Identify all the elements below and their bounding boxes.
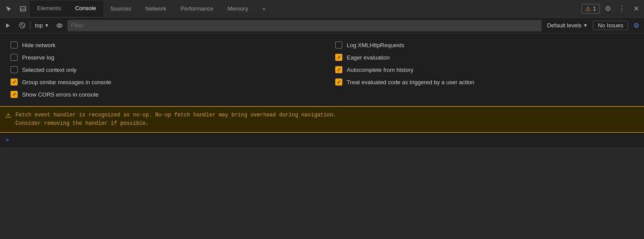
checkbox-show-cors[interactable]: Show CORS errors in console xyxy=(11,88,309,101)
levels-chevron-icon: ▼ xyxy=(583,23,588,28)
checkbox-hide-network[interactable]: Hide network xyxy=(11,39,309,51)
warning-line-2: Consider removing the handler if possibl… xyxy=(15,120,336,128)
context-selector[interactable]: top ▼ xyxy=(32,21,52,30)
svg-marker-2 xyxy=(6,23,10,28)
preserve-log-label: Preserve log xyxy=(22,54,54,61)
checkbox-treat-evaluated[interactable]: Treat evaluated code as triggered by a u… xyxy=(335,76,633,88)
svg-rect-0 xyxy=(20,7,26,11)
log-xmlhttp-label: Log XMLHttpRequests xyxy=(347,42,404,49)
console-input-area[interactable]: > xyxy=(0,133,644,147)
warning-message-text: Fetch event handler is recognized as no-… xyxy=(15,111,336,128)
warning-message-icon: ⚠ xyxy=(5,112,11,120)
no-issues-button[interactable]: No Issues xyxy=(593,21,628,30)
svg-point-5 xyxy=(57,24,62,27)
tab-more[interactable]: » xyxy=(255,1,273,17)
settings-left-column: Hide network Preserve log Selected conte… xyxy=(11,39,309,101)
treat-evaluated-checkbox[interactable] xyxy=(335,78,342,86)
warning-line-1: Fetch event handler is recognized as no-… xyxy=(15,111,336,120)
clear-console-button[interactable] xyxy=(16,19,28,32)
warning-count: 1 xyxy=(593,6,596,12)
eager-eval-checkbox[interactable] xyxy=(335,54,342,61)
checkbox-preserve-log[interactable]: Preserve log xyxy=(11,51,309,63)
checkbox-eager-eval[interactable]: Eager evaluation xyxy=(335,51,633,63)
group-similar-label: Group similar messages in console xyxy=(22,79,111,86)
checkbox-log-xmlhttp[interactable]: Log XMLHttpRequests xyxy=(335,39,633,51)
gear-icon: ⚙ xyxy=(605,4,611,13)
console-gear-icon: ⚙ xyxy=(633,22,639,30)
warning-message: ⚠ Fetch event handler is recognized as n… xyxy=(0,106,644,133)
preserve-log-checkbox[interactable] xyxy=(11,54,18,61)
chevron-down-icon: ▼ xyxy=(45,23,49,28)
selected-context-label: Selected context only xyxy=(22,67,77,73)
checkbox-group-similar[interactable]: Group similar messages in console xyxy=(11,76,309,88)
hide-network-checkbox[interactable] xyxy=(11,41,18,49)
settings-panel: Hide network Preserve log Selected conte… xyxy=(0,34,644,106)
execute-icon[interactable] xyxy=(2,19,14,32)
tab-network[interactable]: Network xyxy=(139,1,174,17)
treat-evaluated-label: Treat evaluated code as triggered by a u… xyxy=(347,79,474,86)
svg-point-6 xyxy=(59,25,60,26)
settings-button[interactable]: ⚙ xyxy=(602,3,614,15)
tab-bar: Elements Console Sources Network Perform… xyxy=(0,0,644,18)
prompt-icon: > xyxy=(5,136,9,143)
levels-dropdown[interactable]: Default levels ▼ xyxy=(543,21,591,30)
filter-input[interactable] xyxy=(67,20,542,31)
checkbox-selected-context[interactable]: Selected context only xyxy=(11,63,309,76)
eager-eval-label: Eager evaluation xyxy=(347,54,390,61)
settings-grid: Hide network Preserve log Selected conte… xyxy=(11,39,633,101)
svg-line-4 xyxy=(21,24,24,27)
close-icon: ✕ xyxy=(633,4,639,13)
tab-console[interactable]: Console xyxy=(68,1,103,17)
eye-button[interactable] xyxy=(53,19,66,32)
more-menu-button[interactable]: ⋮ xyxy=(616,3,628,15)
selected-context-checkbox[interactable] xyxy=(11,66,18,73)
tab-memory[interactable]: Memory xyxy=(221,1,255,17)
toolbar-divider xyxy=(30,21,30,30)
console-toolbar: top ▼ Default levels ▼ No Issues ⚙ xyxy=(0,18,644,34)
warning-triangle-icon: ⚠ xyxy=(585,5,591,12)
show-cors-checkbox[interactable] xyxy=(11,91,18,98)
console-settings-button[interactable]: ⚙ xyxy=(630,19,642,32)
log-xmlhttp-checkbox[interactable] xyxy=(335,41,342,49)
cursor-icon[interactable] xyxy=(2,1,16,17)
context-label: top xyxy=(35,22,43,29)
autocomplete-checkbox[interactable] xyxy=(335,66,342,73)
settings-right-column: Log XMLHttpRequests Eager evaluation Aut… xyxy=(335,39,633,101)
autocomplete-label: Autocomplete from history xyxy=(347,67,413,73)
more-dots-icon: ⋮ xyxy=(618,4,626,13)
group-similar-checkbox[interactable] xyxy=(11,78,18,86)
checkbox-autocomplete[interactable]: Autocomplete from history xyxy=(335,63,633,76)
warning-badge[interactable]: ⚠ 1 xyxy=(581,4,600,14)
close-button[interactable]: ✕ xyxy=(630,3,642,15)
tab-elements[interactable]: Elements xyxy=(30,1,68,17)
tab-performance[interactable]: Performance xyxy=(173,1,220,17)
no-issues-label: No Issues xyxy=(598,22,623,29)
tab-sources[interactable]: Sources xyxy=(103,1,139,17)
show-cors-label: Show CORS errors in console xyxy=(22,91,98,98)
levels-label: Default levels xyxy=(547,22,581,29)
dock-icon[interactable] xyxy=(16,1,30,17)
hide-network-label: Hide network xyxy=(22,42,56,49)
